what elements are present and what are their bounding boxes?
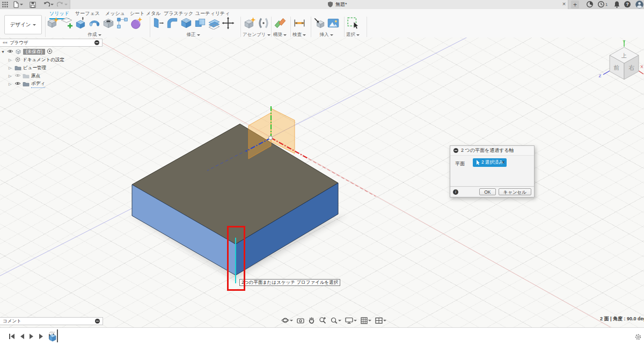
play-icon[interactable] <box>29 332 34 342</box>
panel-options-icon[interactable] <box>94 40 99 45</box>
dropdown-caret-icon <box>290 320 293 321</box>
cursor-icon <box>476 160 480 165</box>
collapsed-caret-icon[interactable]: ▷ <box>9 74 13 78</box>
panel-options-icon[interactable] <box>95 319 100 324</box>
extrude-icon[interactable] <box>74 17 87 30</box>
combine-icon[interactable] <box>194 17 207 30</box>
axis-through-two-planes-dialog[interactable]: 2 つの平面を通過する軸 平面 2 選択済み × i OK キャンセル <box>450 145 535 197</box>
expanded-caret-icon[interactable]: ▼ <box>1 50 5 54</box>
browser-panel-header[interactable]: «« ブラウザ <box>0 39 103 47</box>
gear-icon <box>14 56 21 64</box>
tree-item-label: ビュー管理 <box>23 65 46 71</box>
step-forward-icon[interactable] <box>39 332 44 342</box>
pattern-icon[interactable] <box>116 17 129 30</box>
group-assemble: アセンブリ <box>243 16 270 38</box>
orbit-icon[interactable] <box>281 317 293 324</box>
group-create: 作成 <box>46 16 143 38</box>
construction-plane-icon[interactable] <box>274 17 287 30</box>
fusion-window: 無題* × + 1 ? デザイン ソリッド サーフェス メッシュ シート メタル… <box>0 0 644 345</box>
viewcube-front-label[interactable]: 前 <box>613 64 620 71</box>
comment-panel-header[interactable]: コメント <box>0 317 103 325</box>
display-settings-icon[interactable] <box>345 317 357 324</box>
tree-item-document-settings[interactable]: ▷ ドキュメントの設定 <box>9 56 64 64</box>
viewcube-z-label: Z <box>599 74 602 78</box>
tree-item-origin[interactable]: ▷ 原点 <box>9 72 64 80</box>
zoom-icon[interactable] <box>319 317 326 324</box>
measure-icon[interactable] <box>293 17 306 30</box>
document-title: 無題* <box>335 1 347 8</box>
dialog-title: 2 つの平面を通過する軸 <box>461 147 514 154</box>
clear-selection-icon[interactable]: × <box>502 159 505 165</box>
group-insert: 挿入 <box>313 16 340 38</box>
form-icon[interactable] <box>130 17 143 30</box>
revolve-icon[interactable] <box>88 17 101 30</box>
origin-point[interactable] <box>269 136 273 140</box>
view-cube[interactable]: 上 前 右 Y Z X <box>599 39 644 79</box>
skip-to-start-icon[interactable] <box>9 332 15 342</box>
document-tab[interactable] <box>70 0 568 9</box>
root-document-name[interactable]: (未保存) <box>23 49 45 55</box>
tree-item-label: 原点 <box>31 73 40 79</box>
navigation-bar <box>281 317 386 324</box>
dropdown-caret-icon <box>267 34 270 36</box>
assemble-new-component-icon[interactable] <box>243 17 256 30</box>
undo-icon[interactable] <box>43 1 54 9</box>
viewcube-top-label[interactable]: 上 <box>621 53 627 58</box>
title-bar: 無題* × + 1 ? <box>0 0 644 9</box>
canvas-image-icon[interactable] <box>327 17 340 30</box>
collapsed-caret-icon[interactable]: ▷ <box>9 58 13 62</box>
activate-radio-icon[interactable] <box>47 48 53 55</box>
insert-icon[interactable] <box>313 17 326 30</box>
viewports-icon[interactable] <box>375 317 386 324</box>
fit-icon[interactable] <box>330 317 341 324</box>
offset-face-icon[interactable] <box>208 17 221 30</box>
step-back-icon[interactable] <box>19 332 25 342</box>
visibility-eye-icon[interactable] <box>7 49 13 55</box>
timeline-gear-icon[interactable] <box>634 333 642 343</box>
grid-settings-icon[interactable] <box>361 317 371 324</box>
redo-icon[interactable] <box>57 1 68 9</box>
file-icon[interactable] <box>13 1 23 9</box>
selection-tooltip: 2つの平面またはスケッチ プロファイルを選択 <box>239 279 340 286</box>
look-at-icon[interactable] <box>297 317 304 324</box>
timeline-feature-box[interactable] <box>48 331 57 344</box>
workspace-selector[interactable]: デザイン <box>4 15 42 34</box>
move-icon[interactable] <box>222 17 235 30</box>
hole-icon[interactable] <box>102 17 115 30</box>
viewport[interactable]: 上 前 右 Y Z X 2つの平面またはスケッチ プロファイルを選択 «« ブラ… <box>0 38 644 327</box>
group-construct: 構築 <box>273 16 287 38</box>
dropdown-caret-icon <box>338 320 341 321</box>
dropdown-caret-icon <box>356 34 360 36</box>
press-pull-icon[interactable] <box>152 17 165 30</box>
joint-icon[interactable] <box>257 17 270 30</box>
collapse-panel-icon[interactable]: «« <box>3 40 8 45</box>
collapsed-caret-icon[interactable]: ▷ <box>9 82 13 86</box>
dialog-title-bar[interactable]: 2 つの平面を通過する軸 <box>450 146 534 156</box>
visibility-eye-off-icon[interactable] <box>14 73 21 79</box>
job-count: 1 <box>605 2 608 7</box>
tree-item-view-management[interactable]: ▷ ビュー管理 <box>9 64 64 72</box>
viewcube-x-label: X <box>640 64 643 69</box>
timeline-bar <box>0 327 644 345</box>
tree-item-bodies[interactable]: ▷ ボディ <box>9 80 64 88</box>
select-icon[interactable] <box>347 17 360 30</box>
info-icon[interactable]: i <box>453 189 458 195</box>
timeline-position-marker[interactable] <box>57 329 58 342</box>
fillet-icon[interactable] <box>166 17 179 30</box>
pan-icon[interactable] <box>308 317 315 324</box>
save-icon[interactable] <box>30 1 36 9</box>
new-tab-icon[interactable]: + <box>571 1 579 9</box>
ok-button[interactable]: OK <box>479 188 495 195</box>
redo-menu-caret-icon <box>64 4 68 5</box>
collapsed-caret-icon[interactable]: ▷ <box>9 66 13 70</box>
viewcube-right-label[interactable]: 右 <box>629 64 635 71</box>
workspace-label: デザイン <box>10 21 31 28</box>
create-sketch-icon[interactable] <box>60 17 73 30</box>
visibility-eye-icon[interactable] <box>14 81 21 87</box>
browser-root-row[interactable]: ▼ (未保存) <box>1 48 64 56</box>
new-component-icon[interactable] <box>46 17 59 30</box>
close-tab-icon[interactable]: × <box>560 1 568 7</box>
app-grid-icon[interactable] <box>2 1 9 9</box>
cancel-button[interactable]: キャンセル <box>499 188 532 195</box>
shell-icon[interactable] <box>180 17 193 30</box>
